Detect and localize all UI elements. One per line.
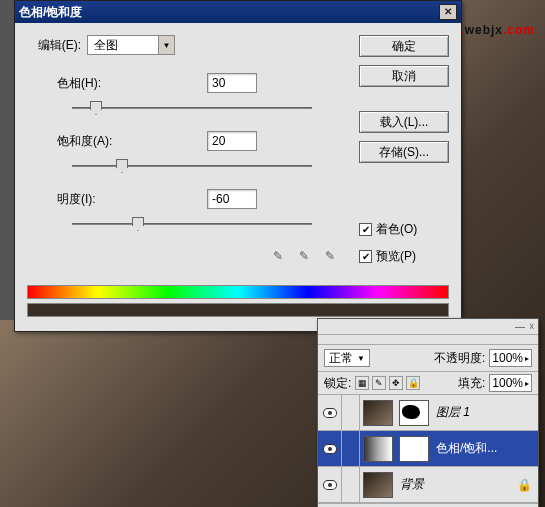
- layer-name: 色相/饱和...: [436, 440, 497, 457]
- result-spectrum-bar: [27, 303, 449, 317]
- eye-icon: [323, 444, 337, 454]
- layer-name: 背景: [400, 476, 424, 493]
- layer-thumbnail[interactable]: [363, 472, 393, 498]
- lock-position-icon[interactable]: ✥: [389, 376, 403, 390]
- saturation-slider[interactable]: [72, 157, 312, 175]
- lightness-input[interactable]: [207, 189, 257, 209]
- mask-thumbnail[interactable]: [399, 436, 429, 462]
- layer-thumbnail[interactable]: [363, 400, 393, 426]
- minimize-icon[interactable]: —: [515, 321, 525, 332]
- colorize-checkbox[interactable]: ✔: [359, 223, 372, 236]
- layer-name: 图层 1: [436, 404, 470, 421]
- lightness-slider[interactable]: [72, 215, 312, 233]
- dialog-title: 色相/饱和度: [19, 4, 439, 21]
- link-column[interactable]: [342, 467, 360, 502]
- slider-thumb[interactable]: [116, 159, 128, 173]
- preview-checkbox[interactable]: ✔: [359, 250, 372, 263]
- hue-slider[interactable]: [72, 99, 312, 117]
- colorize-label: 着色(O): [376, 221, 417, 238]
- link-column[interactable]: [342, 395, 360, 430]
- layers-panel: — ☓ 正常 ▼ 不透明度: 100%▸ 锁定: ▦ ✎ ✥ 🔒 填充: 100…: [317, 318, 539, 507]
- fill-label: 填充:: [458, 375, 485, 392]
- dialog-titlebar[interactable]: 色相/饱和度 ✕: [15, 1, 461, 23]
- layer-row[interactable]: 色相/饱和...: [318, 431, 538, 467]
- visibility-toggle[interactable]: [318, 431, 342, 466]
- mask-thumbnail[interactable]: [399, 400, 429, 426]
- load-button[interactable]: 载入(L)...: [359, 111, 449, 133]
- close-icon[interactable]: ☓: [529, 321, 534, 332]
- link-column[interactable]: [342, 431, 360, 466]
- opacity-label: 不透明度:: [434, 350, 485, 367]
- cancel-button[interactable]: 取消: [359, 65, 449, 87]
- lock-icon: 🔒: [517, 478, 532, 492]
- layer-row[interactable]: 背景 🔒: [318, 467, 538, 503]
- lock-all-icon[interactable]: 🔒: [406, 376, 420, 390]
- hue-spectrum-bar: [27, 285, 449, 299]
- save-button[interactable]: 存储(S)...: [359, 141, 449, 163]
- fill-input[interactable]: 100%▸: [489, 374, 532, 392]
- panel-footer: ⬭ fx. ◐ ◑ ▢ ▣ 🗑: [318, 503, 538, 507]
- panel-header[interactable]: — ☓: [318, 319, 538, 335]
- visibility-toggle[interactable]: [318, 467, 342, 502]
- edit-label: 编辑(E):: [27, 37, 81, 54]
- lock-label: 锁定:: [324, 375, 351, 392]
- lock-transparency-icon[interactable]: ▦: [355, 376, 369, 390]
- canvas-edge: [0, 0, 14, 320]
- edit-combobox[interactable]: 全图 ▼: [87, 35, 175, 55]
- eyedropper-icon[interactable]: ✎: [269, 247, 287, 265]
- layer-row[interactable]: 图层 1: [318, 395, 538, 431]
- blend-mode-select[interactable]: 正常 ▼: [324, 349, 370, 367]
- layer-list: 图层 1 色相/饱和... 背景 🔒: [318, 395, 538, 503]
- eyedropper-subtract-icon[interactable]: ✎: [321, 247, 339, 265]
- visibility-toggle[interactable]: [318, 395, 342, 430]
- lightness-label: 明度(I):: [57, 191, 207, 208]
- saturation-label: 饱和度(A):: [57, 133, 207, 150]
- adjustment-thumbnail[interactable]: [363, 436, 393, 462]
- hue-label: 色相(H):: [57, 75, 207, 92]
- eye-icon: [323, 408, 337, 418]
- hue-saturation-dialog: 色相/饱和度 ✕ 编辑(E): 全图 ▼ 色相(H):: [14, 0, 462, 332]
- slider-thumb[interactable]: [132, 217, 144, 231]
- chevron-down-icon: ▼: [357, 354, 365, 363]
- hue-input[interactable]: [207, 73, 257, 93]
- ok-button[interactable]: 确定: [359, 35, 449, 57]
- eye-icon: [323, 480, 337, 490]
- panel-tabs[interactable]: [318, 335, 538, 345]
- eyedropper-add-icon[interactable]: ✎: [295, 247, 313, 265]
- close-icon[interactable]: ✕: [439, 4, 457, 20]
- preview-label: 预览(P): [376, 248, 416, 265]
- chevron-down-icon[interactable]: ▼: [158, 36, 174, 54]
- saturation-input[interactable]: [207, 131, 257, 151]
- opacity-input[interactable]: 100%▸: [489, 349, 532, 367]
- slider-thumb[interactable]: [90, 101, 102, 115]
- lock-paint-icon[interactable]: ✎: [372, 376, 386, 390]
